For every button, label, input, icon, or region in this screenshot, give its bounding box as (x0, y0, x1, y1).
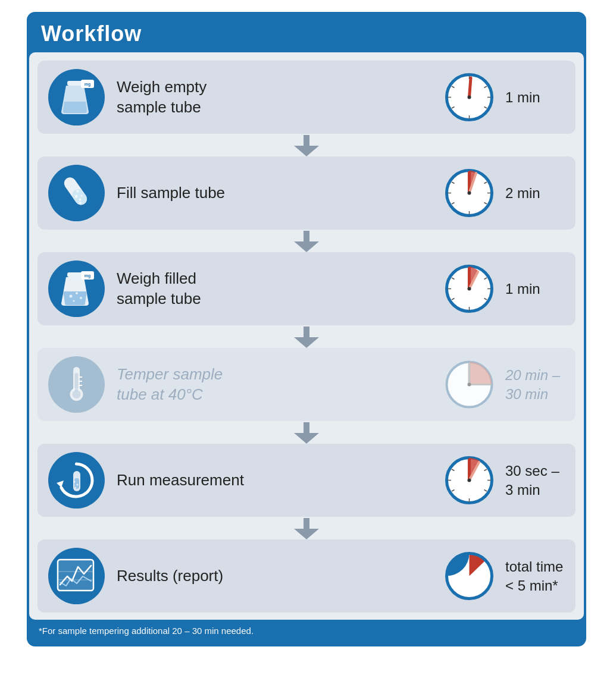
time-results: total time< 5 min* (505, 557, 565, 594)
svg-point-95 (468, 479, 471, 482)
step-label-weigh-filled: Weigh filledsample tube (117, 269, 444, 309)
step-run-measurement: Run measurement (37, 444, 576, 517)
svg-marker-38 (294, 241, 319, 252)
clock-temper: 20 min –30 min (444, 359, 565, 410)
svg-line-13 (470, 78, 471, 98)
icon-temper (48, 356, 105, 413)
svg-marker-16 (294, 146, 319, 156)
svg-point-42 (80, 297, 82, 299)
clock-weigh-filled: 1 min (444, 263, 565, 314)
workflow-card: Workflow mg Weigh emptysample tube (27, 12, 586, 646)
svg-point-74 (468, 383, 471, 387)
svg-rect-75 (304, 422, 309, 434)
arrow-3 (37, 327, 576, 348)
arrow-2 (37, 231, 576, 252)
svg-point-81 (74, 481, 76, 483)
time-temper: 20 min –30 min (505, 366, 565, 403)
svg-marker-76 (294, 433, 319, 444)
svg-rect-44 (67, 272, 83, 277)
clock-run-measurement: 30 sec –3 min (444, 455, 565, 506)
arrow-4 (37, 422, 576, 444)
step-label-results: Results (report) (117, 566, 444, 586)
svg-rect-64 (75, 373, 79, 392)
svg-rect-15 (304, 135, 309, 147)
svg-point-36 (468, 192, 471, 195)
svg-point-43 (73, 300, 75, 302)
icon-weigh-filled: mg (48, 260, 105, 317)
step-results: Results (report) total time< 5 min* (37, 539, 576, 613)
card-title: Workflow (41, 21, 572, 46)
svg-point-41 (76, 292, 78, 294)
clock-weigh-empty: 1 min (444, 72, 565, 123)
svg-rect-1 (67, 81, 83, 86)
step-label-temper: Temper sampletube at 40°C (117, 365, 444, 405)
svg-rect-96 (304, 518, 309, 530)
svg-rect-59 (304, 327, 309, 338)
card-body: mg Weigh emptysample tube (29, 52, 584, 620)
step-fill-sample: Fill sample tube (37, 156, 576, 230)
svg-point-65 (73, 390, 81, 398)
svg-text:mg: mg (85, 82, 91, 87)
svg-point-40 (70, 295, 73, 298)
footnote: *For sample tempering additional 20 – 30… (29, 620, 584, 639)
svg-marker-60 (294, 337, 319, 348)
arrow-5 (37, 518, 576, 539)
icon-run-measurement (48, 452, 105, 508)
icon-weigh-empty: mg (48, 69, 105, 125)
svg-rect-37 (304, 231, 309, 243)
arrow-1 (37, 135, 576, 156)
icon-fill-sample (48, 165, 105, 221)
svg-point-14 (468, 96, 471, 99)
svg-text:mg: mg (85, 274, 91, 278)
svg-point-82 (77, 484, 79, 486)
time-fill-sample: 2 min (505, 184, 565, 202)
step-temper: Temper sampletube at 40°C 20 min –30 min (37, 348, 576, 421)
step-label-run-measurement: Run measurement (117, 470, 444, 491)
icon-results (48, 548, 105, 604)
time-weigh-filled: 1 min (505, 280, 565, 298)
svg-marker-97 (294, 529, 319, 539)
svg-rect-99 (58, 560, 93, 591)
step-label-fill-sample: Fill sample tube (117, 183, 444, 203)
step-label-weigh-empty: Weigh emptysample tube (117, 77, 444, 118)
time-run-measurement: 30 sec –3 min (505, 462, 565, 498)
step-weigh-filled: mg Weigh filledsample tube (37, 252, 576, 325)
clock-fill-sample: 2 min (444, 168, 565, 218)
time-weigh-empty: 1 min (505, 88, 565, 106)
card-header: Workflow (29, 14, 584, 52)
clock-results: total time< 5 min* (444, 551, 565, 601)
svg-point-83 (75, 487, 76, 488)
step-weigh-empty: mg Weigh emptysample tube (37, 61, 576, 134)
svg-point-58 (468, 287, 471, 291)
